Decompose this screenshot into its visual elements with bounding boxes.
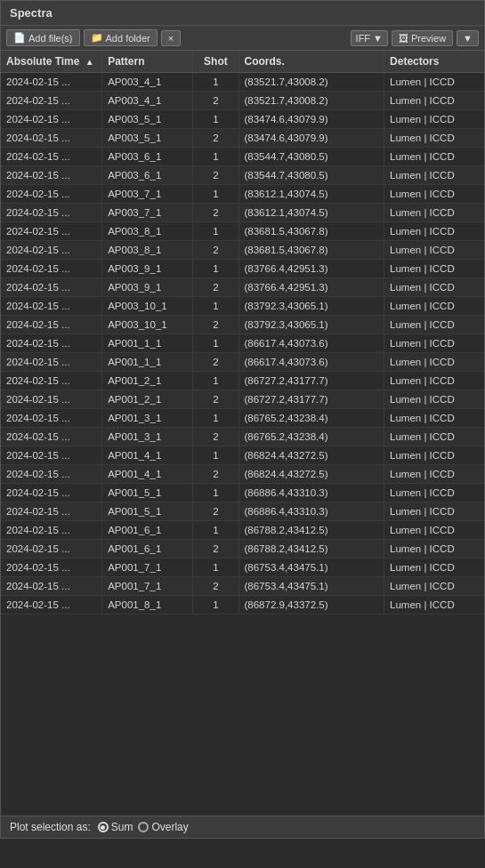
cell-detectors: Lumen | ICCD [384, 73, 484, 92]
radio-overlay-dot [138, 822, 149, 832]
radio-sum-dot [98, 822, 109, 832]
cell-time: 2024-02-15 ... [1, 596, 102, 615]
cell-shot: 2 [193, 129, 238, 148]
cell-shot: 2 [193, 428, 238, 446]
table-row[interactable]: 2024-02-15 ...AP003_6_12(83544.7,43080.5… [1, 166, 484, 185]
cell-detectors: Lumen | ICCD [384, 559, 484, 577]
cell-pattern: AP001_6_1 [102, 540, 193, 559]
toolbar: 📄 Add file(s) 📁 Add folder × IFF ▼ 🖼 Pre… [1, 26, 484, 51]
cell-detectors: Lumen | ICCD [384, 92, 484, 110]
cell-detectors: Lumen | ICCD [384, 185, 484, 204]
table-row[interactable]: 2024-02-15 ...AP003_5_11(83474.6,43079.9… [1, 110, 484, 129]
table-row[interactable]: 2024-02-15 ...AP003_9_12(83766.4,42951.3… [1, 278, 484, 297]
cell-coords: (83792.3,43065.1) [238, 297, 384, 316]
table-row[interactable]: 2024-02-15 ...AP003_7_11(83612.1,43074.5… [1, 185, 484, 204]
cell-detectors: Lumen | ICCD [384, 316, 484, 334]
cell-shot: 1 [193, 110, 238, 129]
cell-shot: 2 [193, 540, 238, 559]
cell-time: 2024-02-15 ... [1, 316, 102, 334]
table-row[interactable]: 2024-02-15 ...AP003_5_12(83474.6,43079.9… [1, 129, 484, 148]
cell-coords: (86788.2,43412.5) [238, 521, 384, 540]
cell-time: 2024-02-15 ... [1, 278, 102, 297]
cell-shot: 1 [193, 484, 238, 502]
cell-shot: 2 [193, 390, 238, 409]
table-row[interactable]: 2024-02-15 ...AP001_5_12(86886.4,43310.3… [1, 502, 484, 521]
table-row[interactable]: 2024-02-15 ...AP001_8_11(86872.9,43372.5… [1, 596, 484, 615]
col-header-pattern[interactable]: Pattern [102, 51, 193, 73]
iff-dropdown[interactable]: IFF ▼ [351, 30, 388, 46]
cell-time: 2024-02-15 ... [1, 559, 102, 577]
cell-time: 2024-02-15 ... [1, 446, 102, 465]
radio-overlay[interactable]: Overlay [138, 821, 188, 833]
table-row[interactable]: 2024-02-15 ...AP001_3_12(86765.2,43238.4… [1, 428, 484, 446]
add-folder-button[interactable]: 📁 Add folder [84, 29, 158, 46]
cell-detectors: Lumen | ICCD [384, 465, 484, 484]
table-row[interactable]: 2024-02-15 ...AP003_8_12(83681.5,43067.8… [1, 241, 484, 260]
col-header-detectors[interactable]: Detectors [384, 51, 484, 73]
cell-shot: 1 [193, 521, 238, 540]
table-row[interactable]: 2024-02-15 ...AP003_9_11(83766.4,42951.3… [1, 260, 484, 278]
cell-detectors: Lumen | ICCD [384, 577, 484, 596]
table-row[interactable]: 2024-02-15 ...AP001_1_12(86617.4,43073.6… [1, 353, 484, 372]
table-row[interactable]: 2024-02-15 ...AP003_8_11(83681.5,43067.8… [1, 222, 484, 241]
cell-shot: 1 [193, 260, 238, 278]
table-row[interactable]: 2024-02-15 ...AP003_10_12(83792.3,43065.… [1, 316, 484, 334]
cell-pattern: AP001_2_1 [102, 390, 193, 409]
cell-coords: (83521.7,43008.2) [238, 92, 384, 110]
table-row[interactable]: 2024-02-15 ...AP001_5_11(86886.4,43310.3… [1, 484, 484, 502]
cell-detectors: Lumen | ICCD [384, 390, 484, 409]
cell-pattern: AP001_6_1 [102, 521, 193, 540]
cell-detectors: Lumen | ICCD [384, 260, 484, 278]
add-file-button[interactable]: 📄 Add file(s) [6, 29, 80, 46]
table-row[interactable]: 2024-02-15 ...AP001_4_12(86824.4,43272.5… [1, 465, 484, 484]
table-row[interactable]: 2024-02-15 ...AP001_2_12(86727.2,43177.7… [1, 390, 484, 409]
cell-pattern: AP003_5_1 [102, 129, 193, 148]
cell-detectors: Lumen | ICCD [384, 372, 484, 390]
table-row[interactable]: 2024-02-15 ...AP001_3_11(86765.2,43238.4… [1, 409, 484, 428]
cell-detectors: Lumen | ICCD [384, 521, 484, 540]
table-row[interactable]: 2024-02-15 ...AP001_1_11(86617.4,43073.6… [1, 334, 484, 353]
table-row[interactable]: 2024-02-15 ...AP003_6_11(83544.7,43080.5… [1, 148, 484, 166]
cell-time: 2024-02-15 ... [1, 372, 102, 390]
table-row[interactable]: 2024-02-15 ...AP001_7_12(86753.4,43475.1… [1, 577, 484, 596]
cell-coords: (83474.6,43079.9) [238, 110, 384, 129]
table-row[interactable]: 2024-02-15 ...AP003_4_12(83521.7,43008.2… [1, 92, 484, 110]
cell-shot: 2 [193, 166, 238, 185]
cell-pattern: AP001_5_1 [102, 484, 193, 502]
preview-button[interactable]: 🖼 Preview [392, 30, 453, 46]
col-header-shot[interactable]: Shot [193, 51, 238, 73]
table-row[interactable]: 2024-02-15 ...AP001_4_11(86824.4,43272.5… [1, 446, 484, 465]
cell-coords: (83474.6,43079.9) [238, 129, 384, 148]
cell-detectors: Lumen | ICCD [384, 353, 484, 372]
cell-detectors: Lumen | ICCD [384, 148, 484, 166]
col-header-coords[interactable]: Coords. [238, 51, 384, 73]
table-row[interactable]: 2024-02-15 ...AP001_6_11(86788.2,43412.5… [1, 521, 484, 540]
remove-label: × [168, 33, 174, 44]
window-title: Spectra [10, 6, 53, 20]
cell-pattern: AP003_4_1 [102, 73, 193, 92]
table-row[interactable]: 2024-02-15 ...AP003_7_12(83612.1,43074.5… [1, 204, 484, 222]
table-row[interactable]: 2024-02-15 ...AP003_10_11(83792.3,43065.… [1, 297, 484, 316]
table-row[interactable]: 2024-02-15 ...AP001_6_12(86788.2,43412.5… [1, 540, 484, 559]
cell-coords: (86617.4,43073.6) [238, 334, 384, 353]
preview-icon: 🖼 [399, 33, 408, 44]
filter-button[interactable]: ▼ [457, 30, 479, 46]
table-container: Absolute Time ▲ Pattern Shot Coords. Det… [1, 51, 484, 816]
cell-coords: (83612.1,43074.5) [238, 204, 384, 222]
remove-button[interactable]: × [161, 30, 181, 46]
radio-sum[interactable]: Sum [98, 821, 133, 833]
cell-coords: (83681.5,43067.8) [238, 241, 384, 260]
cell-time: 2024-02-15 ... [1, 73, 102, 92]
cell-pattern: AP001_8_1 [102, 596, 193, 615]
table-row[interactable]: 2024-02-15 ...AP001_2_11(86727.2,43177.7… [1, 372, 484, 390]
cell-pattern: AP003_5_1 [102, 110, 193, 129]
cell-coords: (86788.2,43412.5) [238, 540, 384, 559]
cell-detectors: Lumen | ICCD [384, 204, 484, 222]
cell-coords: (86765.2,43238.4) [238, 428, 384, 446]
table-row[interactable]: 2024-02-15 ...AP001_7_11(86753.4,43475.1… [1, 559, 484, 577]
add-folder-label: Add folder [106, 33, 150, 44]
table-row[interactable]: 2024-02-15 ...AP003_4_11(83521.7,43008.2… [1, 73, 484, 92]
cell-coords: (83766.4,42951.3) [238, 260, 384, 278]
col-header-time[interactable]: Absolute Time ▲ [1, 51, 102, 73]
cell-detectors: Lumen | ICCD [384, 166, 484, 185]
